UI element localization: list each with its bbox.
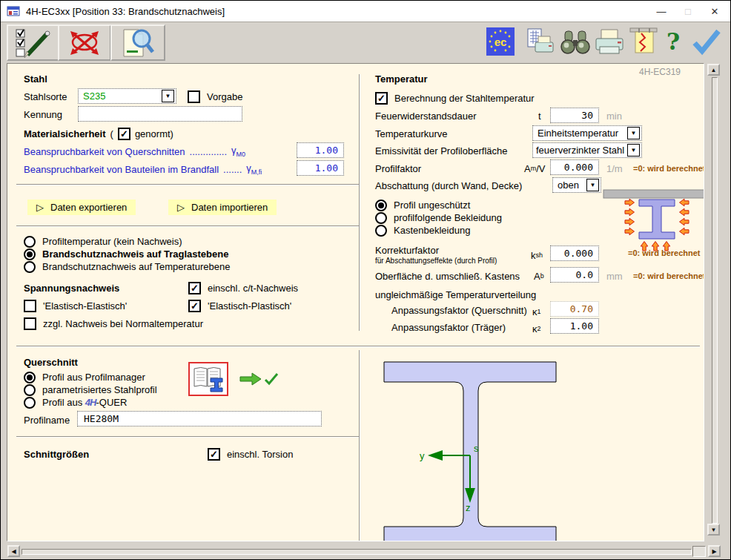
- stahltemperatur-checkbox[interactable]: ✓: [375, 92, 388, 105]
- radio-ungeschuetzt[interactable]: Profil ungeschützt: [375, 199, 470, 211]
- gamma-mfi-input[interactable]: 1.00: [297, 160, 344, 176]
- abschattung-select[interactable]: oben ▼: [552, 177, 601, 193]
- per-m-unit: 1/m: [606, 161, 623, 176]
- stahlsorte-select[interactable]: S235 ▼: [78, 88, 176, 104]
- ksh-symbol: ksh: [531, 248, 543, 263]
- radio-icon[interactable]: [375, 225, 387, 237]
- notes-button[interactable]: [627, 26, 660, 57]
- minimize-button[interactable]: —: [649, 1, 674, 22]
- ab-hint: =0: wird berechnet: [633, 271, 704, 280]
- spannungsnachweis-heading: Spannungsnachweis: [24, 280, 119, 295]
- kennung-input[interactable]: [78, 106, 242, 122]
- scroll-down-button[interactable]: ▼: [707, 524, 720, 536]
- vertical-scroll-track[interactable]: [712, 77, 718, 524]
- scroll-up-button[interactable]: ▲: [707, 64, 720, 76]
- tab-preview[interactable]: [110, 24, 165, 61]
- search-button[interactable]: [558, 26, 592, 57]
- profilfaktor-input[interactable]: 0.000: [550, 159, 599, 175]
- mini-beam: [639, 200, 675, 239]
- paren-open: (: [110, 128, 113, 139]
- green-arrow-icon: [240, 373, 261, 385]
- column-divider: [359, 350, 360, 541]
- divider: [16, 436, 359, 438]
- tab-input-check[interactable]: [7, 24, 60, 61]
- torsion-checkbox[interactable]: ✓: [208, 448, 220, 461]
- elastisch-elastisch-checkbox-row[interactable]: 'Elastisch-Elastisch': [24, 298, 127, 313]
- section-divider: [16, 346, 700, 347]
- horizontal-scroll-thumb[interactable]: [692, 546, 706, 557]
- toolbar: ec: [1, 22, 730, 61]
- binoculars-icon: [559, 27, 592, 56]
- ksh-input[interactable]: 0.000: [550, 246, 599, 261]
- torsion-checkbox-row[interactable]: ✓ einschl. Torsion: [208, 447, 293, 461]
- radio-profilmanager[interactable]: Profil aus Profilmanager: [24, 371, 145, 383]
- confirm-button[interactable]: [689, 26, 724, 57]
- print-preview-icon: [525, 26, 556, 57]
- close-button[interactable]: ✕: [702, 1, 727, 22]
- ct-nachweis-checkbox-row[interactable]: ✓ einschl. c/t-Nachweis: [188, 280, 298, 295]
- abschattung-label: Abschattung (durch Wand, Decke): [375, 178, 522, 193]
- profilmanager-button[interactable]: [188, 362, 228, 396]
- profilname-input[interactable]: HE280M: [77, 411, 322, 426]
- import-data-button[interactable]: ▷ Daten importieren: [168, 200, 277, 215]
- k2-input[interactable]: 1.00: [550, 318, 599, 334]
- radio-icon[interactable]: [24, 372, 36, 383]
- chevron-down-icon[interactable]: ▼: [627, 127, 640, 139]
- korrekturfaktor-label: Korrekturfaktor: [375, 244, 439, 256]
- zzgl-checkbox-row[interactable]: zzgl. Nachweis bei Normaltemperatur: [24, 316, 203, 331]
- zzgl-checkbox[interactable]: [24, 317, 36, 330]
- genormt-checkbox[interactable]: ✓: [118, 128, 130, 140]
- export-data-button[interactable]: ▷ Daten exportieren: [27, 200, 136, 215]
- eurocode-button[interactable]: ec: [486, 26, 515, 57]
- printer-icon: [594, 27, 625, 56]
- gamma-mfi-label: Beanspruchbarkeit von Bauteilen im Brand…: [24, 164, 219, 175]
- stahlsorte-value: S235: [83, 90, 162, 102]
- vorgabe-checkbox[interactable]: [188, 90, 200, 103]
- elastisch-plastisch-checkbox-row[interactable]: ✓ 'Elastisch-Plastisch': [188, 298, 291, 313]
- oberflaeche-input[interactable]: 0.0: [550, 267, 599, 283]
- gamma-m0-input[interactable]: 1.00: [297, 142, 344, 158]
- emissivitaet-label: Emissivität der Profiloberfläche: [375, 143, 507, 158]
- print-button[interactable]: [592, 26, 626, 57]
- radio-profilfolgend[interactable]: profilfolgende Bekleidung: [375, 211, 502, 224]
- radio-profiltemperatur[interactable]: Profiltemperatur (kein Nachweis): [24, 235, 182, 248]
- radio-temperaturebene[interactable]: Brandschutznachweis auf Temperaturebene: [24, 260, 230, 273]
- radio-traglastebene[interactable]: Brandschutznachweis auf Traglastebene: [24, 248, 228, 260]
- chevron-down-icon[interactable]: ▼: [627, 144, 640, 157]
- vertical-scrollbar[interactable]: ▲ ▼: [706, 63, 723, 541]
- tab-management[interactable]: [58, 24, 111, 61]
- scroll-right-button[interactable]: ▶: [708, 545, 721, 557]
- print-preview-button[interactable]: [524, 26, 557, 57]
- kennung-label: Kennung: [24, 107, 62, 122]
- radio-icon[interactable]: [375, 212, 387, 224]
- radio-icon[interactable]: [24, 248, 36, 260]
- stahltemperatur-checkbox-row[interactable]: ✓ Berechnung der Stahltemperatur: [375, 90, 535, 105]
- vorgabe-checkbox-row[interactable]: Vorgabe: [188, 89, 242, 104]
- ep-checkbox[interactable]: ✓: [188, 300, 201, 312]
- ee-checkbox[interactable]: [24, 300, 36, 312]
- temperaturkurve-select[interactable]: Einheitstemperatur ▼: [532, 125, 642, 141]
- help-button[interactable]: ?: [662, 26, 684, 57]
- min-unit: min: [606, 108, 622, 123]
- radio-icon[interactable]: [24, 236, 36, 248]
- ct-checkbox[interactable]: ✓: [188, 282, 201, 294]
- scroll-left-button[interactable]: ◀: [7, 545, 20, 557]
- horizontal-scrollbar[interactable]: ◀ ▶: [7, 544, 723, 559]
- chevron-down-icon[interactable]: ▼: [162, 90, 174, 102]
- profilfaktor-hint: =0: wird berechnet: [633, 164, 704, 173]
- horizontal-scroll-track[interactable]: [22, 549, 692, 555]
- feuerwiderstand-input[interactable]: 30: [550, 108, 599, 123]
- radio-icon[interactable]: [24, 384, 36, 396]
- radio-icon[interactable]: [24, 397, 36, 409]
- radio-icon[interactable]: [375, 200, 387, 211]
- ec-flag-icon: ec: [486, 27, 515, 56]
- radio-icon[interactable]: [24, 261, 36, 273]
- t-symbol: t: [538, 108, 541, 123]
- emissivitaet-select[interactable]: feuerverzinkter Stahl ▼: [532, 142, 642, 158]
- crossed-arrows-icon: [68, 28, 101, 58]
- import-label: Daten importieren: [191, 202, 268, 213]
- radio-kastenbekleidung[interactable]: Kastenbekleidung: [375, 224, 470, 237]
- radio-4hquer[interactable]: Profil aus 4H-QUER: [24, 396, 127, 409]
- y-axis-label: y: [420, 450, 425, 461]
- radio-parametrisiert[interactable]: parametrisiertes Stahlprofil: [24, 383, 157, 396]
